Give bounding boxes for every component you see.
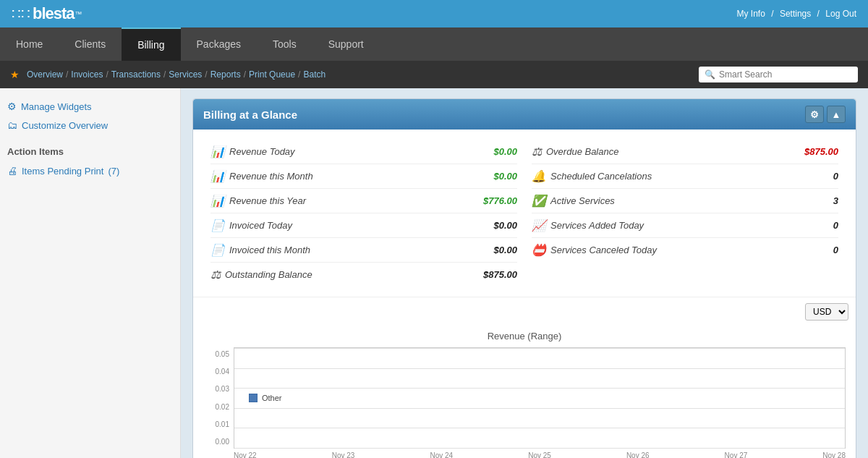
billing-icon: 📈 [532,219,546,232]
logo-area: ∷∷ blesta ™ [12,4,82,23]
sep1: / [771,9,773,19]
billing-row: 📛 Services Canceled Today 0 [532,238,838,262]
x-axis-label: Nov 25 [528,451,551,458]
x-axis-label: Nov 26 [626,451,650,458]
breadcrumb-item-batch[interactable]: Batch [303,69,326,80]
widget-settings-btn[interactable]: ⚙ [805,106,824,123]
chart-container: Revenue (Range) 0.050.040.030.020.010.00… [193,323,856,458]
main-content: Billing at a Glance ⚙ ▲ 📊 Revenue Today … [181,88,868,458]
breadcrumb-item-services[interactable]: Services [169,69,202,80]
breadcrumb-sep: / [298,69,300,80]
nav-item-tools[interactable]: Tools [257,28,312,60]
billing-value: 0 [833,171,838,182]
gear-icon: ⚙ [7,101,17,112]
billing-icon: 🔔 [532,169,546,183]
logo-text: blesta [33,4,75,23]
billing-row: 📄 Invoiced this Month $0.00 [210,238,517,263]
sep2: / [817,9,820,19]
billing-label: 🔔 Scheduled Cancelations [532,169,652,183]
collapse-icon: ▲ [832,109,841,120]
search-box[interactable]: 🔍 [699,67,858,82]
billing-icon: 📊 [210,145,225,158]
billing-icon: ⚖ [532,145,542,158]
x-axis-label: Nov 24 [430,451,453,458]
main-nav: HomeClientsBillingPackagesToolsSupport [0,27,868,61]
billing-label: 📊 Revenue this Year [210,194,306,208]
customize-icon: 🗂 [7,119,17,131]
manage-widgets-link[interactable]: ⚙ Manage Widgets [7,98,173,114]
nav-item-packages[interactable]: Packages [181,28,257,60]
billing-value: $875.00 [483,269,517,280]
billing-value: $776.00 [483,195,517,206]
billing-row: ✅ Active Services 3 [532,189,838,213]
action-items-title: Action Items [7,146,173,157]
my-info-link[interactable]: My Info [737,9,765,19]
sub-nav: ★ Overview / Invoices / Transactions / S… [0,61,868,88]
y-axis-label: 0.02 [203,403,229,411]
breadcrumb-item-reports[interactable]: Reports [210,69,241,80]
y-axis-label: 0.01 [203,420,229,428]
chart-plot-area: Other [234,347,846,449]
chart-title-1: Revenue (Range) [203,331,846,342]
billing-label: 📈 Services Added Today [532,219,644,232]
widget-title: Billing at a Glance [203,109,297,121]
content-wrap: ⚙ Manage Widgets 🗂 Customize Overview Ac… [0,88,868,458]
search-icon: 🔍 [705,69,715,80]
billing-icon: 📊 [210,169,225,183]
breadcrumb-item-print-queue[interactable]: Print Queue [249,69,295,80]
billing-right-col: ⚖ Overdue Balance $875.00 🔔 Scheduled Ca… [524,140,846,287]
billing-row: 📈 Services Added Today 0 [532,213,838,238]
billing-label: 📛 Services Canceled Today [532,243,657,257]
search-input[interactable] [719,69,852,80]
widget-header: Billing at a Glance ⚙ ▲ [193,99,856,130]
customize-overview-link[interactable]: 🗂 Customize Overview [7,117,173,133]
chart-legend: Other [249,394,282,402]
billing-icon: 📛 [532,243,546,257]
breadcrumb-item-transactions[interactable]: Transactions [111,69,161,80]
billing-left-col: 📊 Revenue Today $0.00 📊 Revenue this Mon… [203,140,524,287]
billing-grid: 📊 Revenue Today $0.00 📊 Revenue this Mon… [203,140,846,287]
widget-body: 📊 Revenue Today $0.00 📊 Revenue this Mon… [193,130,856,297]
top-bar: ∷∷ blesta ™ My Info / Settings / Log Out [0,0,868,27]
sidebar: ⚙ Manage Widgets 🗂 Customize Overview Ac… [0,88,181,458]
breadcrumb-item-invoices[interactable]: Invoices [71,69,103,80]
manage-widgets-label: Manage Widgets [21,101,92,112]
x-axis-label: Nov 23 [332,451,355,458]
chart-area: Other [234,347,846,449]
breadcrumb-sep: / [163,69,166,80]
logout-link[interactable]: Log Out [825,9,856,19]
favorite-star[interactable]: ★ [10,69,20,80]
chart-grid-line [234,368,845,369]
chart-grid-line [234,448,845,449]
y-axis-label: 0.04 [203,368,229,376]
x-axis-label: Nov 22 [234,451,257,458]
items-pending-print-link[interactable]: 🖨 Items Pending Print (7) [7,163,173,179]
y-axis-label: 0.05 [203,350,229,358]
chart-grid-line [234,348,845,349]
billing-value: $875.00 [804,146,838,157]
billing-value: 0 [833,245,838,255]
top-links: My Info / Settings / Log Out [737,9,856,19]
nav-item-support[interactable]: Support [312,28,380,60]
billing-icon: 📄 [210,243,225,257]
widget-collapse-btn[interactable]: ▲ [827,106,846,123]
billing-row: 🔔 Scheduled Cancelations 0 [532,164,838,189]
billing-label: 📄 Invoiced this Month [210,243,310,257]
chart-grid-line [234,428,845,428]
billing-row: 📄 Invoiced Today $0.00 [210,213,517,238]
settings-link[interactable]: Settings [780,9,811,19]
nav-item-home[interactable]: Home [0,28,59,60]
nav-item-billing[interactable]: Billing [122,27,180,61]
logo-icon: ∷∷ [12,5,30,22]
breadcrumb-item-overview[interactable]: Overview [27,69,63,80]
billing-value: $0.00 [493,220,517,231]
currency-select[interactable]: USD [805,303,848,321]
chart-grid-line [234,408,845,409]
nav-item-clients[interactable]: Clients [59,28,122,60]
settings-icon: ⚙ [810,109,819,120]
billing-value: 3 [833,195,838,206]
items-pending-count: (7) [108,166,119,177]
billing-value: $0.00 [493,146,517,157]
y-axis-label: 0.00 [203,438,229,446]
billing-row: 📊 Revenue this Month $0.00 [210,164,517,189]
